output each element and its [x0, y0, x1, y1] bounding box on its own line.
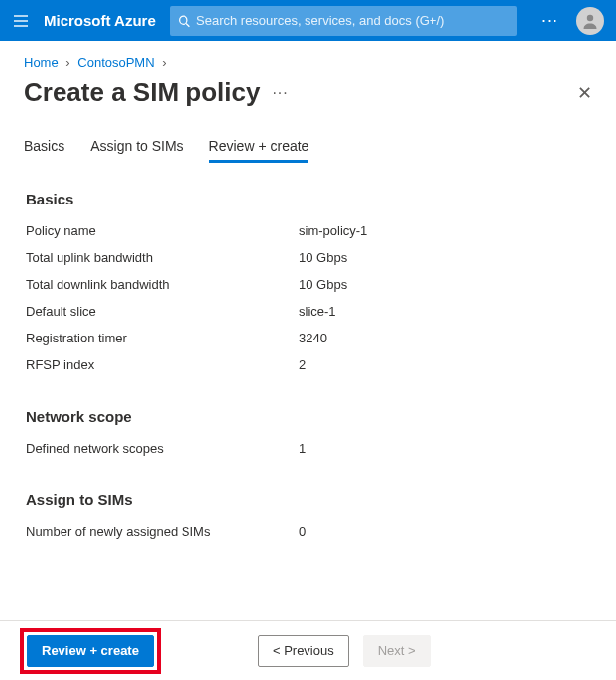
tabs: Basics Assign to SIMs Review + create — [24, 138, 592, 163]
svg-point-3 — [179, 16, 186, 24]
title-more-icon[interactable]: ··· — [272, 84, 288, 102]
page-title: Create a SIM policy — [24, 77, 260, 108]
section-assign-heading: Assign to SIMs — [26, 491, 592, 508]
avatar[interactable] — [576, 7, 604, 35]
field-scopes: Defined network scopes1 — [26, 441, 592, 456]
value: slice-1 — [299, 304, 336, 319]
field-policy-name: Policy namesim-policy-1 — [26, 223, 592, 238]
tab-review[interactable]: Review + create — [209, 138, 309, 163]
field-rfsp: RFSP index2 — [26, 357, 592, 372]
close-icon[interactable]: ✕ — [577, 82, 592, 104]
person-icon — [580, 11, 600, 31]
brand-label[interactable]: Microsoft Azure — [44, 12, 156, 29]
title-left: Create a SIM policy ··· — [24, 77, 289, 108]
highlight-annotation: Review + create — [20, 628, 161, 674]
footer: Review + create < Previous Next > — [0, 620, 616, 680]
svg-point-5 — [587, 14, 593, 20]
chevron-right-icon: › — [162, 55, 166, 69]
label: Registration timer — [26, 331, 299, 345]
field-reg-timer: Registration timer3240 — [26, 331, 592, 345]
topbar: Microsoft Azure ··· — [0, 0, 616, 41]
search-input[interactable] — [196, 13, 509, 28]
field-downlink: Total downlink bandwidth10 Gbps — [26, 277, 592, 292]
svg-line-4 — [186, 23, 189, 26]
label: Default slice — [26, 304, 299, 319]
title-row: Create a SIM policy ··· ✕ — [24, 77, 592, 108]
search-box[interactable] — [170, 6, 517, 36]
tab-assign[interactable]: Assign to SIMs — [90, 138, 183, 163]
previous-button[interactable]: < Previous — [258, 635, 349, 667]
topbar-more-icon[interactable]: ··· — [537, 10, 562, 31]
label: Defined network scopes — [26, 441, 299, 456]
breadcrumb: Home › ContosoPMN › — [24, 55, 592, 69]
value: 10 Gbps — [299, 250, 347, 265]
label: RFSP index — [26, 357, 299, 372]
breadcrumb-item[interactable]: ContosoPMN — [77, 55, 154, 69]
search-wrap — [170, 6, 523, 36]
section-basics-heading: Basics — [26, 191, 592, 207]
search-icon — [178, 14, 190, 28]
label: Total uplink bandwidth — [26, 250, 299, 265]
field-assigned-sims: Number of newly assigned SIMs0 — [26, 524, 592, 539]
next-button: Next > — [363, 635, 431, 667]
value: 0 — [299, 524, 306, 539]
value: 10 Gbps — [299, 277, 347, 292]
tab-basics[interactable]: Basics — [24, 138, 64, 163]
value: 3240 — [299, 331, 327, 345]
label: Policy name — [26, 223, 299, 238]
section-network-heading: Network scope — [26, 408, 592, 425]
chevron-right-icon: › — [65, 55, 69, 69]
value: 2 — [299, 357, 306, 372]
content: Home › ContosoPMN › Create a SIM policy … — [0, 41, 616, 539]
hamburger-icon[interactable] — [12, 12, 30, 30]
field-default-slice: Default sliceslice-1 — [26, 304, 592, 319]
review-create-button[interactable]: Review + create — [27, 635, 154, 667]
field-uplink: Total uplink bandwidth10 Gbps — [26, 250, 592, 265]
value: 1 — [299, 441, 306, 456]
label: Number of newly assigned SIMs — [26, 524, 299, 539]
breadcrumb-home[interactable]: Home — [24, 55, 59, 69]
label: Total downlink bandwidth — [26, 277, 299, 292]
value: sim-policy-1 — [299, 223, 367, 238]
